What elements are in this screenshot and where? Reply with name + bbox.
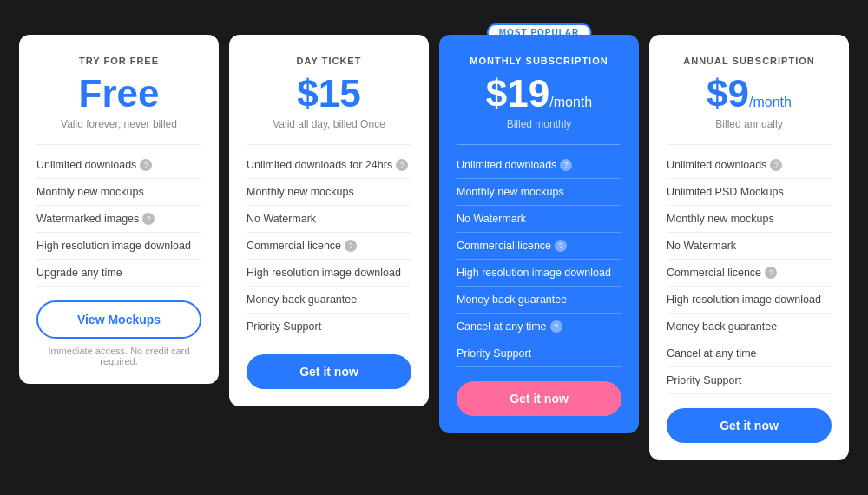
day-feature-0-help-icon[interactable]: ?: [396, 159, 408, 171]
annual-feature-6: Money back guarantee: [667, 314, 832, 340]
free-feature-4: Upgrade any time: [36, 260, 201, 287]
annual-feature-2: Monthly new mockups: [667, 206, 832, 233]
monthly-feature-4: High resolution image download: [457, 260, 621, 287]
monthly-feature-0-help-icon[interactable]: ?: [560, 159, 572, 171]
free-cta-button[interactable]: View Mockups: [36, 300, 201, 339]
annual-header-label: ANNUAL SUBSCRIPTION: [667, 56, 832, 66]
day-feature-1: Monthly new mockups: [247, 179, 411, 206]
day-price: $15: [247, 73, 411, 115]
monthly-feature-7-text: Priority Support: [457, 347, 531, 360]
monthly-divider: [457, 144, 621, 145]
monthly-feature-3: Commercial licence?: [457, 233, 621, 260]
free-feature-1-text: Monthly new mockups: [36, 186, 144, 198]
free-feature-3-text: High resolution image download: [36, 240, 191, 252]
monthly-feature-1-text: Monthly new mockups: [457, 186, 564, 198]
monthly-header-label: MONTHLY SUBSCRIPTION: [457, 56, 621, 66]
free-feature-1: Monthly new mockups: [36, 179, 201, 206]
annual-feature-8-text: Priority Support: [667, 374, 741, 386]
annual-feature-8: Priority Support: [667, 367, 832, 394]
free-feature-0-text: Unlimited downloads: [36, 159, 136, 171]
annual-price-sub: Billed annually: [667, 118, 832, 130]
annual-feature-1: Unlimited PSD Mockups: [667, 179, 832, 206]
day-price-sub: Valid all day, billed Once: [247, 118, 411, 130]
day-divider: [247, 144, 411, 145]
day-feature-4-text: High resolution image download: [247, 267, 401, 279]
annual-feature-3-text: No Watermark: [667, 240, 736, 252]
free-header-label: TRY FOR FREE: [36, 56, 201, 66]
annual-feature-7-text: Cancel at any time: [667, 347, 757, 360]
annual-feature-0-text: Unlimited downloads: [667, 159, 766, 171]
annual-feature-3: No Watermark: [667, 233, 832, 260]
annual-feature-1-text: Unlimited PSD Mockups: [667, 186, 784, 198]
free-features-list: Unlimited downloads?Monthly new mockupsW…: [36, 152, 201, 287]
day-feature-3-help-icon[interactable]: ?: [345, 240, 357, 252]
annual-price: $9/month: [667, 73, 832, 115]
day-feature-5-text: Money back guarantee: [247, 294, 357, 306]
day-feature-0: Unlimited downloads for 24hrs?: [247, 152, 411, 179]
monthly-feature-0-text: Unlimited downloads: [457, 159, 556, 171]
day-feature-1-text: Monthly new mockups: [247, 186, 354, 198]
monthly-features-list: Unlimited downloads?Monthly new mockupsN…: [457, 152, 621, 367]
free-feature-2: Watermarked images?: [36, 206, 201, 233]
monthly-feature-6: Cancel at any time?: [457, 314, 621, 340]
free-feature-4-text: Upgrade any time: [36, 267, 122, 279]
day-feature-4: High resolution image download: [247, 260, 411, 287]
day-feature-0-text: Unlimited downloads for 24hrs: [247, 159, 392, 171]
annual-cta-button[interactable]: Get it now: [667, 408, 832, 443]
annual-features-list: Unlimited downloads?Unlimited PSD Mockup…: [667, 152, 832, 394]
annual-feature-7: Cancel at any time: [667, 340, 832, 367]
free-price-sub: Valid forever, never billed: [36, 118, 201, 130]
monthly-feature-4-text: High resolution image download: [457, 267, 611, 279]
free-divider: [36, 144, 201, 145]
card-monthly: MONTHLY SUBSCRIPTION$19/monthBilled mont…: [439, 35, 639, 433]
free-feature-0: Unlimited downloads?: [36, 152, 201, 179]
monthly-feature-2: No Watermark: [457, 206, 621, 233]
annual-feature-2-text: Monthly new mockups: [667, 213, 774, 225]
monthly-price-sub: Billed monthly: [457, 118, 621, 130]
monthly-feature-6-text: Cancel at any time: [457, 320, 547, 333]
monthly-price: $19/month: [457, 73, 621, 115]
day-features-list: Unlimited downloads for 24hrs?Monthly ne…: [247, 152, 411, 340]
day-feature-6-text: Priority Support: [247, 320, 321, 333]
monthly-feature-2-text: No Watermark: [457, 213, 526, 225]
day-cta-button[interactable]: Get it now: [247, 354, 411, 389]
monthly-feature-3-help-icon[interactable]: ?: [555, 240, 567, 252]
popular-wrapper: MOST POPULARMONTHLY SUBSCRIPTION$19/mont…: [439, 35, 639, 433]
monthly-feature-7: Priority Support: [457, 340, 621, 367]
annual-feature-4-text: Commercial licence: [667, 267, 761, 279]
annual-feature-0: Unlimited downloads?: [667, 152, 832, 179]
monthly-feature-0: Unlimited downloads?: [457, 152, 621, 179]
free-feature-2-text: Watermarked images: [36, 213, 139, 225]
annual-feature-4-help-icon[interactable]: ?: [765, 267, 777, 279]
monthly-feature-1: Monthly new mockups: [457, 179, 621, 206]
monthly-feature-6-help-icon[interactable]: ?: [550, 320, 562, 333]
day-feature-2: No Watermark: [247, 206, 411, 233]
card-annual: ANNUAL SUBSCRIPTION$9/monthBilled annual…: [649, 35, 849, 460]
free-feature-2-help-icon[interactable]: ?: [142, 213, 155, 225]
annual-feature-4: Commercial licence?: [667, 260, 832, 287]
monthly-cta-button[interactable]: Get it now: [457, 381, 621, 416]
free-price: Free: [36, 73, 201, 115]
monthly-feature-3-text: Commercial licence: [457, 240, 551, 252]
card-day: DAY TICKET$15Valid all day, billed OnceU…: [229, 35, 429, 406]
free-feature-0-help-icon[interactable]: ?: [140, 159, 152, 171]
day-feature-5: Money back guarantee: [247, 287, 411, 314]
pricing-container: TRY FOR FREEFreeValid forever, never bil…: [5, 17, 863, 478]
card-free: TRY FOR FREEFreeValid forever, never bil…: [19, 35, 219, 384]
monthly-feature-5: Money back guarantee: [457, 287, 621, 314]
day-feature-6: Priority Support: [247, 314, 411, 340]
free-footer-note: Immediate access. No credit card require…: [36, 346, 201, 366]
day-feature-3: Commercial licence?: [247, 233, 411, 260]
day-feature-2-text: No Watermark: [247, 213, 316, 225]
monthly-feature-5-text: Money back guarantee: [457, 294, 567, 306]
day-feature-3-text: Commercial licence: [247, 240, 341, 252]
free-feature-3: High resolution image download: [36, 233, 201, 260]
annual-feature-6-text: Money back guarantee: [667, 320, 777, 333]
annual-feature-5: High resolution image download: [667, 287, 832, 314]
annual-feature-5-text: High resolution image download: [667, 294, 821, 306]
annual-divider: [667, 144, 832, 145]
annual-feature-0-help-icon[interactable]: ?: [770, 159, 782, 171]
day-header-label: DAY TICKET: [247, 56, 411, 66]
